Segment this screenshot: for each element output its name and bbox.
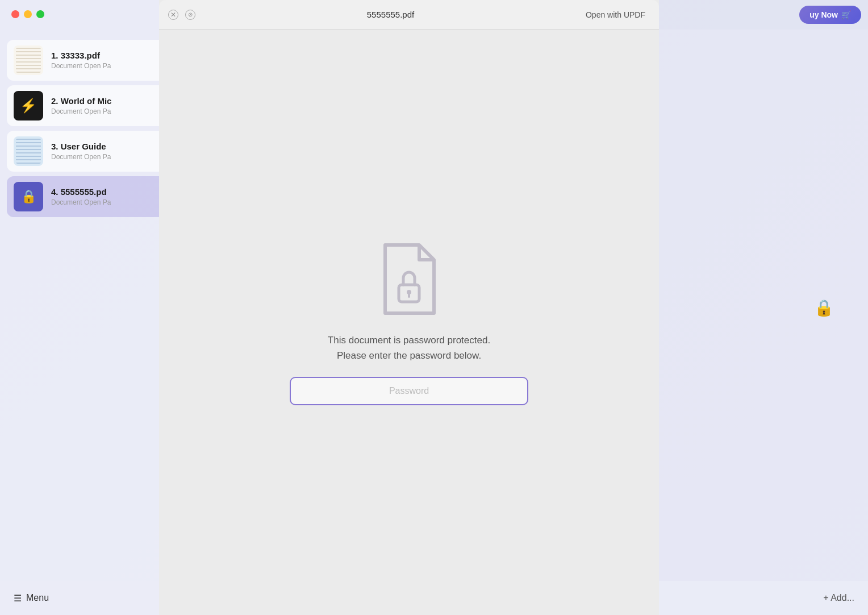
right-lock-icon: 🔒 (814, 299, 834, 317)
stop-icon: ⊘ (188, 11, 193, 18)
sidebar-item-4[interactable]: 4. 5555555.pd 5555555.pd Document Open P… (7, 176, 169, 217)
close-icon: ✕ (170, 11, 176, 19)
sidebar-item-1-subtitle: Document Open Pa (51, 62, 111, 70)
sidebar-item-2-subtitle: Document Open Pa (51, 107, 111, 115)
traffic-lights (11, 10, 44, 18)
modal-message-line1: This document is password protected. (328, 333, 490, 348)
sidebar-item-3-info: 3. User Guide User Guide Document Open P… (51, 142, 111, 161)
modal-close-button[interactable]: ✕ (168, 10, 178, 20)
right-lock-area: 🔒 (814, 298, 834, 317)
modal-title-bar: ✕ ⊘ 5555555.pdf Open with UPDF (159, 0, 659, 30)
buy-now-button[interactable]: uy Now 🛒 (799, 6, 861, 24)
sidebar-item-3-index: 3. User Guide (51, 142, 106, 151)
traffic-light-yellow[interactable] (24, 10, 32, 18)
traffic-light-red[interactable] (11, 10, 19, 18)
sidebar-item-4-info: 4. 5555555.pd 5555555.pd Document Open P… (51, 187, 111, 206)
modal-message: This document is password protected. Ple… (328, 333, 490, 363)
cart-icon: 🛒 (841, 10, 851, 19)
menu-label: Menu (26, 593, 49, 603)
password-input-wrapper (290, 377, 528, 405)
modal-stop-button[interactable]: ⊘ (185, 10, 195, 20)
add-button[interactable]: + Add... (823, 593, 854, 603)
sidebar-item-4-thumb (14, 182, 43, 211)
buy-now-label: uy Now (809, 10, 838, 19)
locked-document-icon (369, 239, 449, 319)
sidebar-item-2[interactable]: 2. World of Mic World of Mic Document Op… (7, 85, 169, 126)
sidebar: 1. 33333.pdf 33333.pdf Document Open Pa … (0, 0, 176, 615)
sidebar-item-3[interactable]: 3. User Guide User Guide Document Open P… (7, 131, 169, 172)
menu-button[interactable]: ☰ Menu (14, 593, 49, 604)
open-with-updf-button[interactable]: Open with UPDF (586, 10, 645, 19)
open-with-label: Open with UPDF (586, 10, 645, 19)
sidebar-item-2-info: 2. World of Mic World of Mic Document Op… (51, 96, 111, 115)
sidebar-item-1-thumb (14, 45, 43, 75)
sidebar-item-3-subtitle: Document Open Pa (51, 153, 111, 161)
sidebar-item-3-thumb (14, 136, 43, 166)
modal-message-line2: Please enter the password below. (328, 348, 490, 363)
modal-body: This document is password protected. Ple… (159, 30, 659, 615)
svg-rect-2 (408, 293, 410, 298)
modal-title: 5555555.pdf (202, 10, 579, 19)
traffic-light-green[interactable] (36, 10, 44, 18)
sidebar-item-1-title: 1. 33333.pdf (51, 51, 111, 60)
sidebar-item-2-thumb (14, 91, 43, 120)
sidebar-item-1-info: 1. 33333.pdf 33333.pdf Document Open Pa (51, 51, 111, 70)
sidebar-items: 1. 33333.pdf 33333.pdf Document Open Pa … (0, 34, 176, 223)
sidebar-item-4-subtitle: Document Open Pa (51, 198, 111, 206)
sidebar-item-2-index: 2. World of Mic (51, 96, 111, 106)
password-modal: ✕ ⊘ 5555555.pdf Open with UPDF This doc (159, 0, 659, 615)
hamburger-icon: ☰ (14, 593, 22, 604)
sidebar-item-1[interactable]: 1. 33333.pdf 33333.pdf Document Open Pa (7, 40, 169, 81)
add-label: + Add... (823, 593, 854, 602)
sidebar-item-4-index: 4. 5555555.pd (51, 187, 107, 197)
password-input[interactable] (290, 377, 528, 405)
